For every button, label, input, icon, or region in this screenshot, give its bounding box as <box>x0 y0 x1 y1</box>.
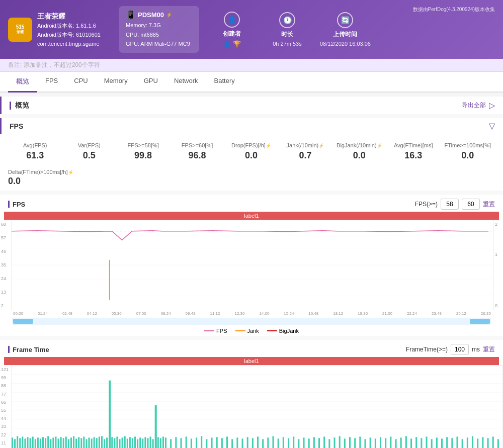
svg-rect-60 <box>124 436 126 448</box>
duration-stat: 🕐 时长 0h 27m 53s <box>265 12 310 47</box>
svg-rect-34 <box>55 436 56 448</box>
svg-rect-56 <box>114 438 115 448</box>
svg-rect-120 <box>395 439 397 448</box>
overview-section-header: 概览 导出全部 ▷ <box>0 97 503 114</box>
svg-rect-57 <box>116 436 118 448</box>
fps-scrollbar-thumb-right[interactable] <box>470 319 490 324</box>
tab-cpu[interactable]: CPU <box>66 72 96 93</box>
svg-rect-114 <box>365 439 366 448</box>
svg-rect-80 <box>191 438 192 448</box>
fps-chart-svg <box>12 220 493 310</box>
device-gpu: GPU: ARM Mali-G77 MC9 <box>126 39 192 49</box>
svg-rect-27 <box>37 437 39 448</box>
upload-stat: 🔄 上传时间 08/12/2020 16:03:06 <box>320 12 371 47</box>
device-info: 📱 PDSM00 ⚡ Memory: 7.3G CPU: mt6885 GPU:… <box>119 6 199 53</box>
creator-stat: 👤 创建者 👤 🏆 <box>209 12 255 48</box>
svg-rect-75 <box>165 437 166 448</box>
tab-memory[interactable]: Memory <box>96 72 136 93</box>
svg-rect-128 <box>436 437 438 448</box>
svg-rect-109 <box>339 436 341 448</box>
tab-network[interactable]: Network <box>166 72 206 93</box>
svg-rect-124 <box>415 437 417 448</box>
tab-fps[interactable]: FPS <box>37 72 66 93</box>
frametime-reset-button[interactable]: 重置 <box>483 345 495 354</box>
svg-rect-104 <box>313 437 315 448</box>
svg-rect-126 <box>426 436 428 448</box>
stat-drop-fps: Drop(FPS)[/h]⚡ 0.0 <box>224 140 278 163</box>
svg-rect-107 <box>328 439 330 448</box>
svg-rect-86 <box>221 438 223 448</box>
fps-scrollbar[interactable] <box>12 318 491 325</box>
svg-rect-121 <box>400 437 402 448</box>
fps-chart-section: FPS FPS(>=) 重置 label1 6857463524132 <box>0 195 503 336</box>
svg-rect-18 <box>14 439 16 448</box>
fps-collapse-icon[interactable]: ▽ <box>489 121 495 131</box>
svg-rect-79 <box>186 436 187 448</box>
svg-rect-53 <box>104 439 105 448</box>
tab-overview[interactable]: 概览 <box>8 72 37 93</box>
svg-rect-76 <box>170 439 172 448</box>
svg-rect-64 <box>134 436 136 448</box>
fps-chart-controls: FPS(>=) 重置 <box>415 199 495 210</box>
svg-rect-38 <box>65 436 67 448</box>
android-version-code: Android版本号: 61010601 <box>37 31 101 40</box>
frametime-threshold-input[interactable] <box>451 344 469 355</box>
svg-rect-29 <box>42 437 44 448</box>
tab-battery[interactable]: Battery <box>206 72 243 93</box>
frametime-chart-section: Frame Time FrameTime(>=) ms 重置 label1 12… <box>0 340 503 448</box>
export-chevron-icon[interactable]: ▷ <box>489 101 495 110</box>
svg-rect-32 <box>50 439 51 448</box>
delta-value: 0.0 <box>8 176 495 187</box>
svg-rect-16 <box>155 405 157 448</box>
svg-rect-103 <box>308 438 310 448</box>
remark-label: 备注: <box>8 61 22 68</box>
svg-rect-70 <box>150 436 151 448</box>
package-name: com.tencent.tmgp.sgame <box>37 40 101 49</box>
app-info: 515 荣耀 王者荣耀 Android版本名: 1.61.1.6 Android… <box>8 11 109 48</box>
fps-threshold1-input[interactable] <box>441 199 459 210</box>
svg-rect-99 <box>288 438 289 448</box>
svg-rect-137 <box>482 437 483 448</box>
svg-rect-85 <box>216 437 218 448</box>
svg-rect-119 <box>390 436 391 448</box>
tab-gpu[interactable]: GPU <box>136 72 166 93</box>
fps-y-axis: 6857463524132 <box>0 220 11 310</box>
svg-rect-140 <box>497 439 499 448</box>
data-source: 数据由PerfDog(4.3.200924)版本收集 <box>413 6 495 13</box>
fps-chart-area <box>11 220 494 310</box>
delta-row: Delta(FTime)>100ms[/h]⚡ 0.0 <box>0 167 503 191</box>
fps-reset-button[interactable]: 重置 <box>483 200 495 209</box>
svg-rect-94 <box>262 439 264 448</box>
creator-label: 创建者 <box>223 30 241 38</box>
svg-rect-47 <box>89 437 90 448</box>
nav-tabs: 概览 FPS CPU Memory GPU Network Battery <box>0 72 503 93</box>
frametime-chart-header: Frame Time FrameTime(>=) ms 重置 <box>0 340 503 357</box>
svg-rect-69 <box>147 438 148 448</box>
svg-rect-48 <box>91 438 93 448</box>
fps-stats-row: Avg(FPS) 61.3 Var(FPS) 0.5 FPS>=58[%] 99… <box>8 140 495 163</box>
svg-rect-116 <box>375 438 376 448</box>
fps-threshold2-input[interactable] <box>462 199 480 210</box>
svg-rect-90 <box>242 438 243 448</box>
export-button[interactable]: 导出全部 <box>462 101 486 110</box>
fps-scrollbar-thumb[interactable] <box>13 319 33 324</box>
svg-rect-50 <box>96 438 98 448</box>
device-details: Memory: 7.3G CPU: mt6885 GPU: ARM Mali-G… <box>126 21 192 49</box>
fps-line <box>12 231 488 240</box>
duration-value: 0h 27m 53s <box>273 41 301 47</box>
svg-rect-43 <box>78 437 79 448</box>
frametime-chart-svg <box>12 366 502 448</box>
fps-chart-header: FPS FPS(>=) 重置 <box>0 195 503 212</box>
fps-threshold-label: FPS(>=) <box>415 201 438 208</box>
upload-label: 上传时间 <box>333 30 357 39</box>
svg-rect-110 <box>344 438 346 448</box>
svg-rect-26 <box>35 439 36 448</box>
svg-rect-127 <box>431 439 433 448</box>
fps-title: FPS <box>10 122 23 130</box>
svg-rect-93 <box>257 436 259 448</box>
svg-rect-33 <box>52 437 54 448</box>
remark-placeholder: 添加备注，不超过200个字符 <box>24 61 100 68</box>
stat-avg-ftime: Avg(FTime)[ms] 16.3 <box>386 140 440 163</box>
svg-rect-73 <box>160 438 161 448</box>
svg-rect-87 <box>226 436 228 448</box>
